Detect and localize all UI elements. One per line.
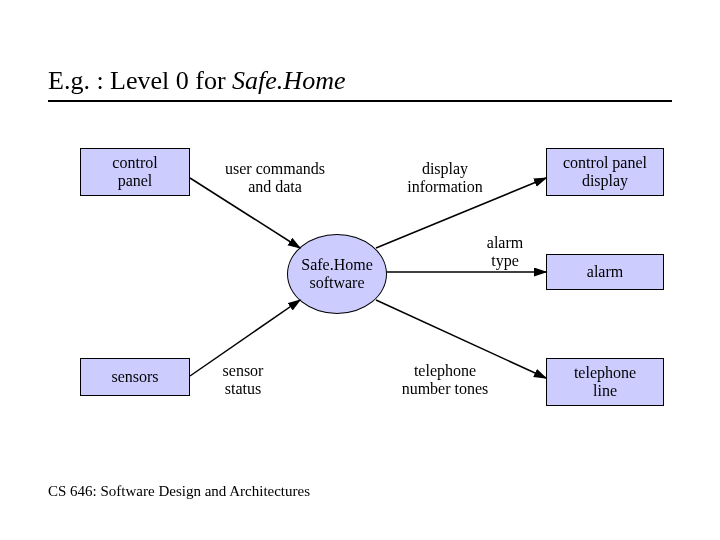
- title-emphasis: Safe.Home: [232, 66, 345, 95]
- process-safehome: Safe.Homesoftware: [287, 234, 387, 314]
- flow-telephone-tones: telephonenumber tones: [380, 362, 510, 399]
- flow-alarm-type: alarmtype: [470, 234, 540, 271]
- entity-sensors-label: sensors: [111, 368, 158, 386]
- entity-control-panel: controlpanel: [80, 148, 190, 196]
- entity-telephone-line: telephoneline: [546, 358, 664, 406]
- process-safehome-label: Safe.Homesoftware: [301, 256, 373, 293]
- entity-alarm: alarm: [546, 254, 664, 290]
- title-prefix: E.g. : Level 0 for: [48, 66, 232, 95]
- page-footer: CS 646: Software Design and Architecture…: [48, 483, 310, 500]
- flow-display-info: displayinformation: [390, 160, 500, 197]
- flow-user-commands: user commandsand data: [210, 160, 340, 197]
- entity-control-display-label: control paneldisplay: [563, 154, 647, 191]
- entity-control-panel-label: controlpanel: [112, 154, 157, 191]
- entity-sensors: sensors: [80, 358, 190, 396]
- entity-control-display: control paneldisplay: [546, 148, 664, 196]
- entity-alarm-label: alarm: [587, 263, 623, 281]
- title-underline: [48, 100, 672, 102]
- entity-telephone-line-label: telephoneline: [574, 364, 636, 401]
- flow-sensor-status: sensorstatus: [208, 362, 278, 399]
- page-title: E.g. : Level 0 for Safe.Home: [48, 66, 345, 96]
